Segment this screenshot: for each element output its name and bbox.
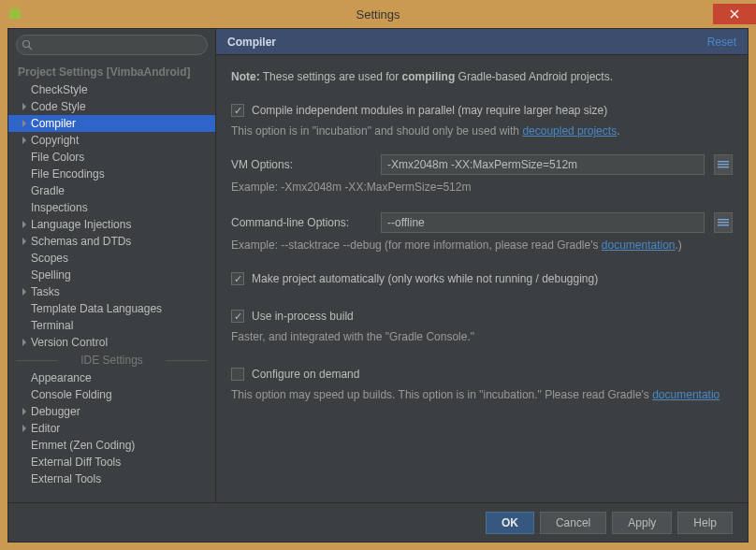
search-icon: [22, 39, 33, 51]
svg-point-1: [11, 7, 13, 8]
tree-item-label: Appearance: [31, 371, 92, 384]
tree-item[interactable]: Gradle: [8, 182, 215, 199]
tree-item[interactable]: Template Data Languages: [8, 300, 215, 317]
tree-item[interactable]: Compiler: [8, 115, 215, 132]
tree-item[interactable]: Scopes: [8, 250, 215, 267]
svg-rect-10: [718, 224, 729, 225]
tree-item[interactable]: Debugger: [8, 403, 215, 420]
cli-options-input[interactable]: [381, 212, 705, 233]
tree-item-label: External Diff Tools: [31, 456, 121, 469]
expand-arrow-icon: [18, 221, 31, 228]
expand-arrow-icon: [18, 288, 31, 296]
tree-item[interactable]: Appearance: [8, 369, 215, 386]
expand-arrow-icon: [18, 103, 31, 110]
help-button[interactable]: Help: [677, 512, 733, 534]
ok-button[interactable]: OK: [486, 512, 534, 534]
tree-item-label: Version Control: [31, 336, 108, 349]
tree-item-label: Terminal: [31, 319, 73, 332]
configure-demand-row: Configure on demand: [231, 366, 733, 383]
tree-item[interactable]: Terminal: [8, 317, 215, 334]
cancel-button[interactable]: Cancel: [540, 512, 606, 534]
tree-item[interactable]: Inspections: [8, 199, 215, 216]
window-title: Settings: [356, 7, 400, 22]
svg-rect-7: [718, 166, 729, 167]
expand-arrow-icon: [18, 120, 31, 127]
inprocess-hint: Faster, and integrated with the "Gradle …: [231, 328, 733, 345]
compile-parallel-row: Compile independent modules in parallel …: [231, 102, 733, 119]
tree-item-label: Tasks: [31, 285, 60, 298]
tree-item-label: Emmet (Zen Coding): [31, 439, 135, 452]
tree-item[interactable]: Emmet (Zen Coding): [8, 437, 215, 454]
configure-demand-hint: This option may speed up builds. This op…: [231, 386, 733, 403]
app-icon: [7, 7, 22, 22]
tree-item-label: Gradle: [31, 184, 65, 197]
make-auto-row: Make project automatically (only works w…: [231, 270, 733, 287]
gradle-docs-link-2[interactable]: documentatio: [652, 388, 720, 401]
tree-item-label: CheckStyle: [31, 83, 88, 96]
svg-rect-0: [9, 9, 21, 19]
svg-point-3: [23, 41, 30, 48]
compiler-panel: Note: These settings are used for compil…: [216, 55, 748, 502]
tree-item[interactable]: File Colors: [8, 149, 215, 166]
vm-options-input[interactable]: [381, 154, 705, 175]
tree-item[interactable]: External Tools: [8, 470, 215, 487]
tree-item[interactable]: Spelling: [8, 267, 215, 283]
vm-options-row: VM Options:: [231, 154, 733, 175]
ide-settings-header: IDE Settings: [8, 351, 215, 369]
make-auto-checkbox[interactable]: [231, 272, 244, 285]
tree-item-label: Debugger: [31, 405, 80, 418]
project-settings-header: Project Settings [VimbaAndroid]: [8, 63, 215, 81]
expand-arrow-icon: [18, 408, 31, 415]
tree-item[interactable]: External Diff Tools: [8, 454, 215, 470]
search-input[interactable]: [16, 35, 208, 55]
tree-item[interactable]: Editor: [8, 420, 215, 437]
tree-item[interactable]: Version Control: [8, 334, 215, 351]
panel-title: Compiler: [227, 36, 276, 49]
tree-item-label: Scopes: [31, 252, 68, 265]
tree-item-label: File Encodings: [31, 167, 105, 181]
compile-parallel-label: Compile independent modules in parallel …: [252, 102, 607, 119]
tree-item[interactable]: Language Injections: [8, 216, 215, 233]
tree-item[interactable]: File Encodings: [8, 166, 215, 182]
tree-item[interactable]: Schemas and DTDs: [8, 233, 215, 250]
settings-window: Project Settings [VimbaAndroid] CheckSty…: [7, 28, 749, 543]
note-text: Note: These settings are used for compil…: [231, 68, 733, 85]
expand-arrow-icon: [18, 339, 31, 346]
svg-line-4: [29, 47, 32, 50]
configure-demand-checkbox[interactable]: [231, 368, 244, 381]
search-wrap: [8, 29, 215, 61]
tree-item[interactable]: Code Style: [8, 98, 215, 115]
content-area: Project Settings [VimbaAndroid] CheckSty…: [8, 29, 748, 502]
cli-options-expand-button[interactable]: [714, 212, 733, 233]
make-auto-label: Make project automatically (only works w…: [252, 270, 598, 287]
cli-options-label: Command-line Options:: [231, 214, 371, 231]
tree-item-label: Inspections: [31, 201, 88, 214]
panel-header: Compiler Reset: [216, 29, 748, 55]
sidebar: Project Settings [VimbaAndroid] CheckSty…: [8, 29, 216, 502]
decoupled-projects-link[interactable]: decoupled projects: [522, 124, 617, 138]
tree-item[interactable]: Copyright: [8, 132, 215, 149]
inprocess-checkbox[interactable]: [231, 310, 244, 323]
tree-item-label: Editor: [31, 422, 60, 435]
tree-item-label: Console Folding: [31, 388, 112, 401]
reset-link[interactable]: Reset: [707, 36, 736, 49]
tree-item-label: Template Data Languages: [31, 302, 162, 315]
apply-button[interactable]: Apply: [612, 512, 672, 534]
inprocess-label: Use in-process build: [252, 308, 354, 325]
vm-options-expand-button[interactable]: [714, 154, 733, 175]
configure-demand-label: Configure on demand: [252, 366, 359, 383]
cli-options-example: Example: --stacktrace --debug (for more …: [231, 237, 733, 253]
main-panel: Compiler Reset Note: These settings are …: [216, 29, 748, 502]
tree-item-label: Copyright: [31, 134, 79, 147]
expand-arrow-icon: [18, 238, 31, 245]
tree-item[interactable]: Tasks: [8, 283, 215, 300]
settings-tree[interactable]: Project Settings [VimbaAndroid] CheckSty…: [8, 61, 215, 502]
tree-item-label: Spelling: [31, 268, 71, 282]
gradle-docs-link[interactable]: documentation: [602, 239, 676, 252]
tree-item[interactable]: Console Folding: [8, 386, 215, 403]
tree-item[interactable]: CheckStyle: [8, 81, 215, 98]
compile-parallel-checkbox[interactable]: [231, 104, 244, 117]
expand-arrow-icon: [18, 137, 31, 144]
tree-item-label: Code Style: [31, 100, 86, 113]
close-button[interactable]: [713, 4, 756, 24]
